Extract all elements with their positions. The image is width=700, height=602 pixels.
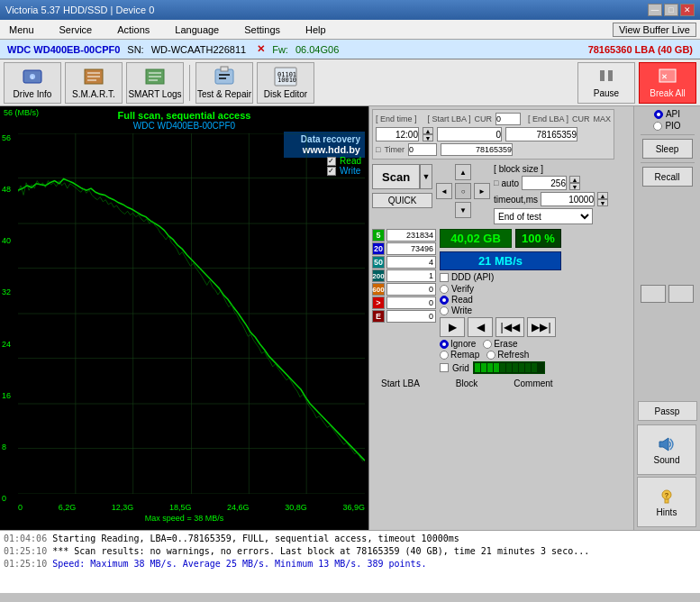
val-gt: 0 <box>386 296 436 309</box>
skip-back-btn[interactable]: |◀◀ <box>495 317 524 337</box>
play-btn[interactable]: ▶ <box>440 317 465 337</box>
end-lba-input[interactable] <box>505 127 577 141</box>
pio-radio[interactable] <box>653 122 662 131</box>
timeout-input[interactable] <box>541 192 595 206</box>
erase-radio[interactable] <box>483 340 492 349</box>
api-label: API <box>666 109 680 119</box>
block-size-down[interactable]: ▼ <box>569 183 580 190</box>
drive-info-btn[interactable]: i Drive Info <box>4 62 61 104</box>
x-axis-labels: 06,2G12,3G18,5G24,6G30,8G36,9G <box>18 503 365 512</box>
end-time-label: [ End time ] <box>376 114 417 123</box>
scan-dropdown-arrow[interactable]: ▼ <box>420 164 432 189</box>
svg-text:i: i <box>32 75 32 80</box>
timeout-label: timeout,ms <box>494 195 538 205</box>
disk-editor-btn[interactable]: 01101 10010 Disk Editor <box>257 62 314 104</box>
smart-btn[interactable]: S.M.A.R.T. <box>65 62 123 104</box>
skip-fwd-btn[interactable]: ▶▶| <box>527 317 556 337</box>
auto-text: auto <box>502 178 519 188</box>
menu-item-actions[interactable]: Actions <box>112 23 155 37</box>
nav-down[interactable]: ▼ <box>455 202 471 218</box>
end-time-input[interactable] <box>376 127 419 141</box>
window-title: Victoria 5.37 HDD/SSD | Device 0 <box>5 5 154 15</box>
write-radio[interactable] <box>440 306 449 315</box>
nav-up[interactable]: ▲ <box>455 164 471 180</box>
timer-input[interactable] <box>408 143 437 156</box>
end-time-down[interactable]: ▼ <box>423 134 433 141</box>
max-label: MAX <box>594 114 612 123</box>
nav-left[interactable]: ◄ <box>436 183 452 199</box>
test-repair-btn[interactable]: Test & Repair <box>195 62 253 104</box>
sound-icon <box>656 435 677 453</box>
hints-btn[interactable]: ? Hints <box>637 477 696 527</box>
scan-btn[interactable]: Scan <box>372 164 420 189</box>
far-right-sep2 <box>641 162 695 163</box>
menu-item-service[interactable]: Service <box>54 23 98 37</box>
val-200: 1 <box>386 269 436 282</box>
read-radio[interactable] <box>440 296 449 305</box>
col-headers: Start LBA Block Comment <box>372 377 631 390</box>
sleep-btn[interactable]: Sleep <box>642 139 693 159</box>
ddd-api-checkbox[interactable] <box>440 273 449 282</box>
pause-btn[interactable]: Pause <box>577 62 635 104</box>
refresh-radio[interactable] <box>486 351 495 360</box>
block-size-input[interactable] <box>522 176 567 190</box>
svg-rect-12 <box>221 67 228 71</box>
grid-checkbox[interactable] <box>440 363 449 372</box>
ddd-api-label: DDD (API) <box>451 272 494 282</box>
num-200: 200 <box>372 269 385 282</box>
remap-radio[interactable] <box>440 351 449 360</box>
back-btn[interactable]: ◀ <box>468 317 493 337</box>
menu-item-help[interactable]: Help <box>300 23 332 37</box>
api-radio[interactable] <box>654 110 663 119</box>
menu-item-menu[interactable]: Menu <box>4 23 40 37</box>
serial-value: WD-WCAATH226811 <box>151 44 247 55</box>
block-size-up[interactable]: ▲ <box>569 176 580 183</box>
auto-label: □ <box>494 178 498 187</box>
smart-logs-btn[interactable]: SMART Logs <box>126 62 184 104</box>
eot-select[interactable]: End of test <box>494 208 593 224</box>
ignore-label: Ignore <box>450 339 476 349</box>
quick-btn[interactable]: QUICK <box>372 193 432 208</box>
pause-icon <box>595 67 617 87</box>
svg-rect-19 <box>608 70 613 81</box>
log-area[interactable]: 01:04:06 Starting Reading, LBA=0..781653… <box>0 530 700 593</box>
val-600: 0 <box>386 283 436 296</box>
menu-item-settings[interactable]: Settings <box>239 23 286 37</box>
ignore-radio[interactable] <box>440 340 449 349</box>
start-lba-input[interactable] <box>437 127 502 141</box>
refresh-label: Refresh <box>497 350 529 360</box>
close-btn[interactable]: ✕ <box>680 4 695 16</box>
timeout-down[interactable]: ▼ <box>597 199 608 206</box>
recall-btn[interactable]: Recall <box>642 167 693 187</box>
maximize-btn[interactable]: □ <box>664 4 678 16</box>
passp-btn[interactable]: Passp <box>638 401 697 421</box>
verify-radio[interactable] <box>440 285 449 294</box>
sq-btn-right[interactable] <box>668 285 694 303</box>
end-lba2-input[interactable] <box>441 143 513 156</box>
minimize-btn[interactable]: — <box>648 4 662 16</box>
serial-label: SN: <box>127 44 143 55</box>
num-gt: > <box>372 296 385 309</box>
sq-btn-left[interactable] <box>641 285 666 303</box>
timeout-up[interactable]: ▲ <box>597 192 608 199</box>
break-all-btn[interactable]: ✕ Break All <box>639 62 696 104</box>
fw-label: Fw: <box>272 44 288 55</box>
verify-label: Verify <box>451 284 474 294</box>
sound-btn[interactable]: Sound <box>637 424 696 475</box>
end-lba-label: [ End LBA ] <box>528 114 568 123</box>
val-err: 0 <box>386 310 436 323</box>
view-buffer-btn[interactable]: View Buffer Live <box>613 23 696 37</box>
timer-label2: Timer <box>384 145 405 154</box>
col-start-lba: Start LBA <box>381 379 420 388</box>
nav-right[interactable]: ► <box>474 183 490 199</box>
end-time-up[interactable]: ▲ <box>423 127 433 134</box>
smart-logs-icon <box>142 66 168 87</box>
start-lba-label: [ Start LBA ] <box>428 114 471 123</box>
cur-val1[interactable] <box>495 113 521 125</box>
cur-label2: CUR <box>572 114 590 123</box>
drive-tab-close[interactable]: ✕ <box>257 43 265 55</box>
grid-label: Grid <box>452 363 469 373</box>
svg-text:✕: ✕ <box>661 73 668 81</box>
nav-center[interactable]: ○ <box>455 183 471 199</box>
menu-item-language[interactable]: Language <box>169 23 224 37</box>
